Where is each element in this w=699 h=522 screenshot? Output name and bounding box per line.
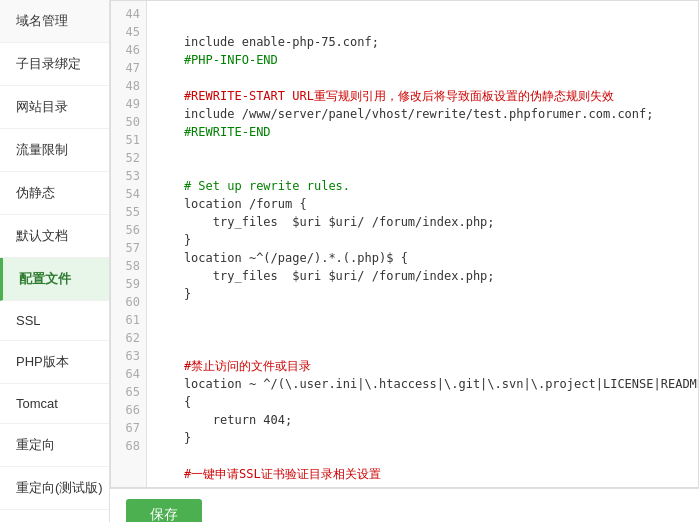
line-number-47: 47 (111, 59, 146, 77)
line-number-44: 44 (111, 5, 146, 23)
line-number-58: 58 (111, 257, 146, 275)
sidebar-item-php-version[interactable]: PHP版本 (0, 341, 109, 384)
code-line-59 (155, 303, 690, 321)
line-number-61: 61 (111, 311, 146, 329)
code-line-53: location /forum { (155, 195, 690, 213)
line-number-59: 59 (111, 275, 146, 293)
line-numbers: 4445464748495051525354555657585960616263… (111, 1, 147, 487)
line-number-62: 62 (111, 329, 146, 347)
sidebar: 域名管理子目录绑定网站目录流量限制伪静态默认文档配置文件SSLPHP版本Tomc… (0, 0, 110, 522)
sidebar-item-redirect-test[interactable]: 重定向(测试版) (0, 467, 109, 510)
code-line-49: #REWRITE-END (155, 123, 690, 141)
save-button[interactable]: 保存 (126, 499, 202, 522)
code-line-68: #一键申请SSL证书验证目录相关设置 (155, 465, 690, 483)
code-line-64: { (155, 393, 690, 411)
code-line-50 (155, 141, 690, 159)
sidebar-item-subdir-bind[interactable]: 子目录绑定 (0, 43, 109, 86)
code-line-52: # Set up rewrite rules. (155, 177, 690, 195)
code-line-65: return 404; (155, 411, 690, 429)
sidebar-item-config-file[interactable]: 配置文件 (0, 258, 109, 301)
line-number-51: 51 (111, 131, 146, 149)
code-line-48: include /www/server/panel/vhost/rewrite/… (155, 105, 690, 123)
code-line-57: try_files $uri $uri/ /forum/index.php; (155, 267, 690, 285)
save-area: 保存 (110, 488, 699, 522)
code-line-66: } (155, 429, 690, 447)
line-number-49: 49 (111, 95, 146, 113)
code-editor[interactable]: 4445464748495051525354555657585960616263… (110, 0, 699, 488)
code-line-67 (155, 447, 690, 465)
sidebar-item-flow-limit[interactable]: 流量限制 (0, 129, 109, 172)
code-line-55: } (155, 231, 690, 249)
line-number-63: 63 (111, 347, 146, 365)
line-number-54: 54 (111, 185, 146, 203)
code-line-54: try_files $uri $uri/ /forum/index.php; (155, 213, 690, 231)
sidebar-item-redirect[interactable]: 重定向 (0, 424, 109, 467)
line-number-50: 50 (111, 113, 146, 131)
line-number-46: 46 (111, 41, 146, 59)
code-line-61 (155, 339, 690, 357)
line-number-57: 57 (111, 239, 146, 257)
code-line-46 (155, 69, 690, 87)
code-line-56: location ~^(/page/).*.(.php)$ { (155, 249, 690, 267)
sidebar-item-tomcat[interactable]: Tomcat (0, 384, 109, 424)
code-line-45: #PHP-INFO-END (155, 51, 690, 69)
line-number-67: 67 (111, 419, 146, 437)
sidebar-item-fake-static[interactable]: 伪静态 (0, 172, 109, 215)
sidebar-item-reverse-proxy[interactable]: 反向代理 (0, 510, 109, 522)
code-line-51 (155, 159, 690, 177)
line-number-60: 60 (111, 293, 146, 311)
main-content: 4445464748495051525354555657585960616263… (110, 0, 699, 522)
code-line-47: #REWRITE-START URL重写规则引用，修改后将导致面板设置的伪静态规… (155, 87, 690, 105)
line-number-65: 65 (111, 383, 146, 401)
line-number-48: 48 (111, 77, 146, 95)
line-number-56: 56 (111, 221, 146, 239)
code-line-60 (155, 321, 690, 339)
code-line-44: include enable-php-75.conf; (155, 33, 690, 51)
code-line-58: } (155, 285, 690, 303)
code-line-63: location ~ ^/(\.user.ini|\.htaccess|\.gi… (155, 375, 690, 393)
line-number-55: 55 (111, 203, 146, 221)
line-number-53: 53 (111, 167, 146, 185)
sidebar-item-default-doc[interactable]: 默认文档 (0, 215, 109, 258)
line-number-64: 64 (111, 365, 146, 383)
code-text[interactable]: include enable-php-75.conf; #PHP-INFO-EN… (147, 1, 698, 487)
code-line-62: #禁止访问的文件或目录 (155, 357, 690, 375)
line-number-45: 45 (111, 23, 146, 41)
sidebar-item-domain-mgmt[interactable]: 域名管理 (0, 0, 109, 43)
line-number-66: 66 (111, 401, 146, 419)
sidebar-item-ssl[interactable]: SSL (0, 301, 109, 341)
line-number-68: 68 (111, 437, 146, 455)
line-number-52: 52 (111, 149, 146, 167)
sidebar-item-website-dir[interactable]: 网站目录 (0, 86, 109, 129)
